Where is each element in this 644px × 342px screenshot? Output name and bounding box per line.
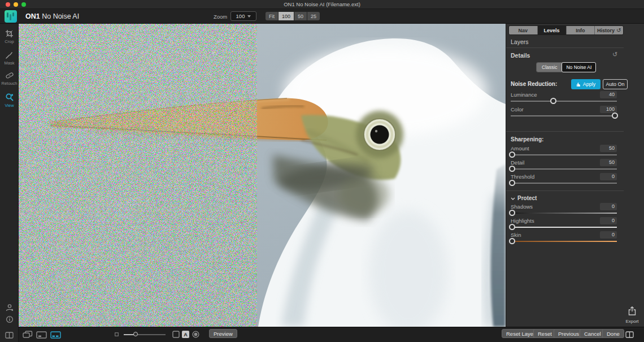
tool-label: Crop [0, 39, 19, 44]
threshold-track[interactable] [511, 183, 617, 184]
cancel-button[interactable]: Cancel [580, 329, 606, 338]
bottom-bar: A Preview Reset Layer Reset Previous Can… [19, 327, 644, 342]
history-undo-icon: ↺ [616, 27, 621, 33]
apply-button[interactable]: Apply [571, 79, 601, 89]
amount-label: Amount [511, 145, 529, 151]
color-track[interactable] [511, 115, 617, 116]
tool-label: View [0, 103, 19, 108]
help-button[interactable] [0, 315, 19, 326]
left-tool-sidebar: Crop Mask Retouch [0, 24, 19, 342]
tab-levels[interactable]: Levels [538, 26, 567, 34]
slider-row-skin: Skin 0 [511, 232, 617, 248]
apply-label: Apply [583, 81, 596, 87]
mask-preview-icon[interactable] [192, 331, 199, 338]
zoom-preset-100[interactable]: 100 [279, 12, 294, 20]
app-name-rest: No Noise AI [40, 12, 79, 20]
app-name-bold: ON1 [25, 12, 40, 20]
slider-row-threshold: Threshold 0 [511, 174, 617, 189]
image-canvas[interactable] [19, 24, 506, 327]
details-section-title: Details [511, 52, 530, 59]
export-icon [628, 306, 636, 315]
person-icon [5, 304, 14, 312]
shadows-track[interactable] [511, 213, 617, 214]
details-reset-icon[interactable]: ↺ [612, 51, 617, 58]
right-panel: Nav Levels Info History↺ Layers Details … [506, 24, 644, 327]
crop-icon [5, 29, 14, 38]
noise-reduction-row: Noise Reduction: Apply Auto On [511, 79, 621, 89]
tab-nav[interactable]: Nav [509, 26, 538, 34]
luminance-knob[interactable] [550, 98, 556, 104]
luminance-track[interactable] [511, 101, 617, 102]
text-overlay-icon[interactable]: A [182, 331, 189, 338]
zoom-dropdown[interactable]: 100 [230, 11, 256, 21]
amount-value[interactable]: 50 [600, 145, 617, 152]
mode-no-noise-ai-button[interactable]: No Noise AI [562, 62, 596, 72]
zoom-dropdown-value: 100 [236, 13, 245, 19]
retouch-bandaid-icon [5, 71, 14, 80]
preview-button[interactable]: Preview [209, 329, 237, 338]
threshold-value[interactable]: 0 [600, 173, 617, 180]
tool-label: Retouch [0, 81, 19, 86]
shadows-knob[interactable] [509, 210, 515, 216]
mode-classic-button[interactable]: Classic [537, 63, 562, 72]
export-button[interactable]: Export [622, 306, 642, 324]
shadows-value[interactable]: 0 [600, 203, 617, 210]
auto-on-button[interactable]: Auto On [603, 79, 628, 89]
zoom-preset-25[interactable]: 25 [307, 12, 320, 20]
panel-split-icon[interactable] [625, 331, 634, 338]
done-button[interactable]: Done [602, 329, 624, 338]
divider [506, 191, 624, 191]
sharpening-section-title: Sharpening: [511, 136, 543, 142]
single-view-icon[interactable] [36, 331, 47, 339]
split-compare-view-icon[interactable] [50, 331, 61, 339]
tool-label: Mask [0, 60, 19, 66]
tab-info[interactable]: Info [567, 26, 595, 34]
highlights-knob[interactable] [509, 224, 515, 230]
skin-knob[interactable] [509, 238, 515, 244]
detail-track[interactable] [511, 168, 617, 170]
split-screen-button[interactable] [0, 331, 19, 341]
account-button[interactable] [0, 304, 19, 314]
slider-row-color: Color 100 [511, 106, 617, 122]
panel-tabs: Nav Levels Info History↺ [508, 25, 624, 35]
tool-retouch[interactable]: Retouch [0, 71, 19, 86]
copy-view-icon[interactable] [23, 331, 33, 339]
zoom-label: Zoom [214, 14, 227, 20]
view-magnifier-icon [5, 93, 14, 102]
detail-knob[interactable] [509, 166, 515, 172]
compare-box-icon[interactable] [172, 331, 180, 338]
amount-knob[interactable] [509, 151, 515, 158]
skin-value[interactable]: 0 [600, 231, 617, 239]
chevron-down-icon [511, 197, 515, 200]
app-name: ON1 No Noise AI [25, 12, 79, 20]
detail-value[interactable]: 50 [600, 159, 617, 166]
tool-mask[interactable]: Mask [0, 51, 19, 66]
luminance-value[interactable]: 40 [600, 91, 617, 98]
protect-section-header[interactable]: Protect [511, 195, 537, 201]
reset-button[interactable]: Reset [533, 329, 556, 338]
app-window: ON1 No Noise AI (Filename.ext) ON1 No No… [0, 0, 644, 342]
tool-view[interactable]: View [0, 93, 19, 108]
highlights-value[interactable]: 0 [600, 217, 617, 224]
threshold-label: Threshold [511, 174, 534, 180]
highlights-track[interactable] [511, 227, 617, 228]
opacity-slider-knob[interactable] [133, 332, 138, 336]
mode-toggle: Classic No Noise AI [536, 62, 596, 72]
detail-label: Detail [511, 159, 524, 166]
on1-logo-icon [5, 10, 17, 23]
split-view-icon [5, 332, 14, 339]
amount-track[interactable] [511, 154, 617, 155]
color-knob[interactable] [612, 112, 618, 119]
threshold-knob[interactable] [509, 180, 515, 186]
thumbs-up-icon [576, 82, 581, 87]
zoom-preset-fit[interactable]: Fit [266, 12, 278, 20]
opacity-min-icon [115, 332, 119, 336]
tool-crop[interactable]: Crop [0, 29, 19, 44]
info-icon [6, 315, 14, 323]
tab-history[interactable]: History↺ [595, 26, 623, 34]
egret-photo [19, 24, 506, 327]
zoom-preset-50[interactable]: 50 [294, 12, 307, 20]
shadows-label: Shadows [511, 204, 533, 210]
zoom-preset-group: Fit 100 50 25 [266, 12, 320, 20]
skin-track[interactable] [511, 241, 617, 242]
